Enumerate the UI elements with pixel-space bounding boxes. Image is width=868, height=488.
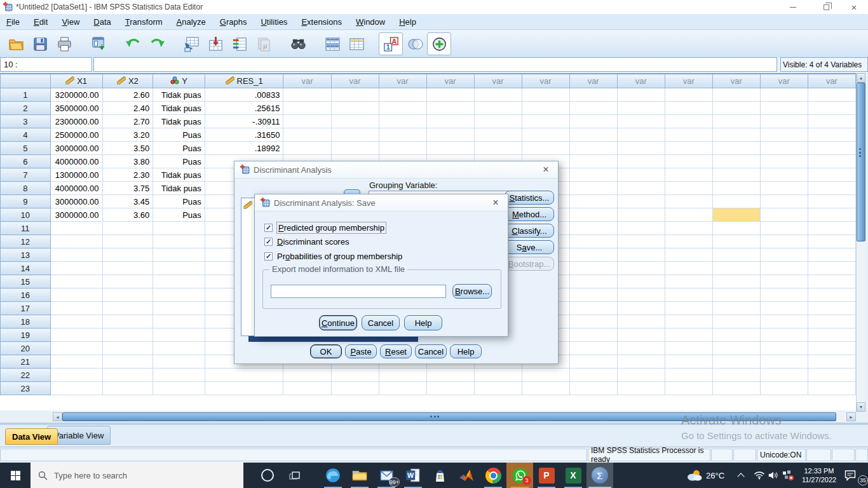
empty-cell[interactable] (474, 142, 522, 155)
empty-cell[interactable] (474, 369, 522, 382)
data-cell[interactable] (102, 275, 153, 288)
empty-cell[interactable] (617, 128, 665, 142)
empty-cell[interactable] (569, 329, 617, 342)
cortana-button[interactable] (254, 463, 281, 488)
empty-cell[interactable] (379, 115, 426, 128)
data-cell[interactable] (50, 329, 102, 342)
empty-cell[interactable] (808, 369, 855, 382)
empty-cell[interactable] (283, 382, 331, 395)
empty-cell[interactable] (426, 128, 474, 142)
empty-cell[interactable] (760, 168, 808, 182)
empty-cell[interactable] (569, 262, 617, 275)
empty-cell[interactable] (712, 275, 760, 288)
checkbox-discriminant[interactable]: ✓Discriminant scores (264, 237, 349, 247)
data-cell[interactable] (50, 315, 102, 329)
data-cell[interactable] (153, 355, 205, 369)
empty-cell[interactable] (760, 142, 808, 155)
empty-cell[interactable] (665, 155, 712, 168)
row-header[interactable]: 18 (1, 315, 51, 329)
data-cell[interactable]: 2300000.00 (50, 115, 102, 128)
menu-help[interactable]: Help (393, 15, 423, 29)
empty-cell[interactable] (760, 222, 808, 235)
cell-editor-field[interactable] (93, 57, 777, 72)
empty-cell[interactable] (474, 128, 522, 142)
goto-variable-icon[interactable] (203, 32, 227, 55)
empty-cell[interactable] (617, 168, 665, 182)
empty-cell[interactable] (331, 382, 379, 395)
taskbar-app-excel[interactable]: X (560, 463, 587, 488)
empty-cell[interactable] (760, 128, 808, 142)
data-cell[interactable]: 3.80 (102, 155, 153, 168)
data-cell[interactable] (50, 382, 102, 395)
empty-cell[interactable] (617, 88, 665, 102)
empty-cell[interactable] (617, 315, 665, 329)
empty-cell[interactable] (379, 382, 426, 395)
data-cell[interactable] (102, 235, 153, 248)
empty-cell[interactable] (522, 115, 569, 128)
data-cell[interactable]: Puas (153, 195, 205, 208)
empty-cell[interactable] (426, 102, 474, 115)
empty-cell[interactable] (760, 302, 808, 315)
empty-cell[interactable] (569, 222, 617, 235)
data-cell[interactable]: 2.40 (102, 102, 153, 115)
empty-cell[interactable] (569, 235, 617, 248)
empty-cell[interactable] (569, 155, 617, 168)
empty-cell[interactable] (617, 195, 665, 208)
data-cell[interactable]: Puas (153, 142, 205, 155)
row-header[interactable]: 21 (1, 355, 51, 369)
empty-cell[interactable] (808, 235, 855, 248)
column-header-var[interactable]: var (522, 74, 569, 88)
row-header[interactable]: 1 (1, 88, 51, 102)
data-cell[interactable] (153, 342, 205, 355)
data-cell[interactable] (102, 342, 153, 355)
empty-cell[interactable] (808, 195, 855, 208)
column-header-var[interactable]: var (569, 74, 617, 88)
data-cell[interactable] (153, 248, 205, 262)
help-button[interactable]: Help (404, 315, 442, 330)
empty-cell[interactable] (712, 168, 760, 182)
weather-widget[interactable]: 26°C (686, 463, 724, 488)
menu-view[interactable]: View (55, 15, 86, 29)
data-cell[interactable]: 3.20 (102, 128, 153, 142)
data-cell[interactable] (50, 342, 102, 355)
taskbar-app-store[interactable] (426, 463, 453, 488)
redo-icon[interactable] (145, 32, 169, 55)
empty-cell[interactable] (522, 369, 569, 382)
method-button[interactable]: Method... (505, 207, 554, 221)
data-cell[interactable] (205, 382, 283, 395)
empty-cell[interactable] (808, 315, 855, 329)
data-cell[interactable] (50, 248, 102, 262)
taskbar-app-whatsapp[interactable]: 3 (506, 463, 533, 488)
data-cell[interactable]: Tidak puas (153, 168, 205, 182)
empty-cell[interactable] (665, 315, 712, 329)
empty-cell[interactable] (808, 182, 855, 195)
empty-cell[interactable] (665, 222, 712, 235)
data-cell[interactable] (50, 262, 102, 275)
wifi-button[interactable] (754, 463, 765, 488)
empty-cell[interactable] (665, 275, 712, 288)
xml-file-input[interactable] (271, 285, 446, 298)
recall-dialogs-icon[interactable] (86, 32, 111, 55)
empty-cell[interactable] (665, 195, 712, 208)
data-cell[interactable] (153, 302, 205, 315)
empty-cell[interactable] (712, 288, 760, 302)
data-cell[interactable]: 4000000.00 (50, 182, 102, 195)
row-header[interactable]: 13 (1, 248, 51, 262)
empty-cell[interactable] (760, 102, 808, 115)
data-cell[interactable]: Tidak puas (153, 102, 205, 115)
column-header-var[interactable]: var (331, 74, 379, 88)
restore-button[interactable] (812, 0, 840, 14)
help-button[interactable]: Help (450, 344, 482, 358)
cancel-button[interactable]: Cancel (362, 315, 400, 330)
empty-cell[interactable] (569, 369, 617, 382)
empty-cell[interactable] (665, 168, 712, 182)
data-cell[interactable]: Puas (153, 128, 205, 142)
menu-analyze[interactable]: Analyze (170, 15, 212, 29)
dialog-close-icon[interactable]: × (539, 164, 553, 175)
empty-cell[interactable] (522, 102, 569, 115)
data-cell[interactable]: 3000000.00 (50, 142, 102, 155)
empty-cell[interactable] (808, 142, 855, 155)
print-icon[interactable] (52, 32, 76, 55)
empty-cell[interactable] (283, 142, 331, 155)
variables-icon[interactable] (227, 32, 252, 55)
